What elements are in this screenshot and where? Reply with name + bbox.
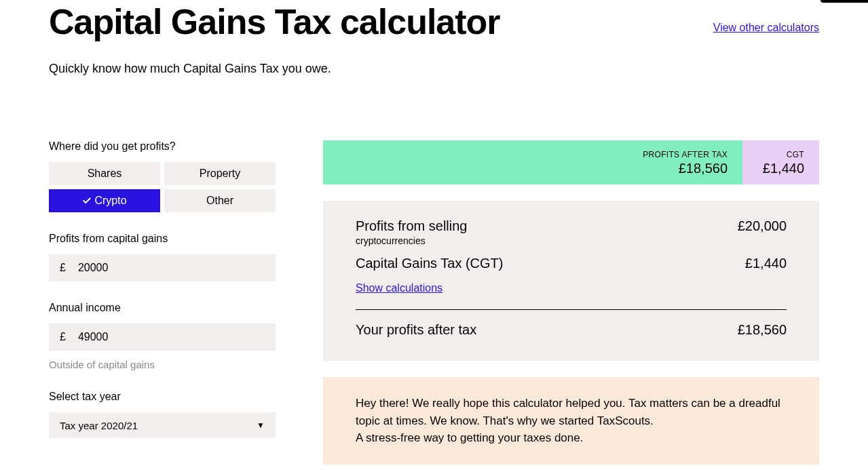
profits-source-label: Where did you get profits? <box>49 140 276 153</box>
profits-amount-input[interactable] <box>78 262 265 274</box>
result-profits-value: £20,000 <box>738 218 787 234</box>
show-calculations-link[interactable]: Show calculations <box>356 282 442 294</box>
summary-profits-value: £18,560 <box>338 161 728 176</box>
profits-source-group: Shares Property Crypto Other <box>49 162 276 212</box>
summary-profits-label: PROFITS AFTER TAX <box>338 150 728 159</box>
tax-year-select[interactable]: Tax year 2020/21 ▼ <box>49 412 276 438</box>
chevron-down-icon: ▼ <box>257 420 265 430</box>
results-divider <box>356 309 787 310</box>
summary-bar: PROFITS AFTER TAX £18,560 CGT £1,440 <box>323 140 819 184</box>
result-cgt-value: £1,440 <box>745 256 787 271</box>
summary-profits-after-tax: PROFITS AFTER TAX £18,560 <box>323 140 742 184</box>
promo-text-2: A stress-free way to getting your taxes … <box>356 429 787 447</box>
profits-source-crypto-label: Crypto <box>94 195 126 207</box>
profits-source-shares[interactable]: Shares <box>49 162 160 185</box>
summary-cgt-label: CGT <box>757 150 804 159</box>
result-profits-sublabel: cryptocurrencies <box>356 235 468 246</box>
annual-income-helper: Outside of capital gains <box>49 359 276 370</box>
result-after-tax-value: £18,560 <box>738 322 787 338</box>
summary-cgt: CGT £1,440 <box>742 140 819 184</box>
profits-source-property[interactable]: Property <box>164 162 276 185</box>
profits-amount-input-wrap: £ <box>49 254 276 281</box>
result-profits-label: Profits from selling <box>356 218 468 234</box>
currency-symbol: £ <box>60 262 66 274</box>
currency-symbol: £ <box>60 331 66 343</box>
result-cgt-label: Capital Gains Tax (CGT) <box>356 256 503 271</box>
page-subtitle: Quickly know how much Capital Gains Tax … <box>49 62 819 76</box>
profits-amount-label: Profits from capital gains <box>49 233 276 245</box>
annual-income-label: Annual income <box>49 302 276 314</box>
profits-source-crypto[interactable]: Crypto <box>49 189 160 212</box>
page-title: Capital Gains Tax calculator <box>49 3 500 41</box>
view-other-calculators-link[interactable]: View other calculators <box>713 22 819 34</box>
tax-year-value: Tax year 2020/21 <box>60 420 257 431</box>
results-card: Profits from selling cryptocurrencies £2… <box>323 201 819 361</box>
promo-text-1: Hey there! We really hope this calculato… <box>356 395 787 429</box>
annual-income-input[interactable] <box>78 331 265 343</box>
promo-card: Hey there! We really hope this calculato… <box>323 377 819 465</box>
summary-cgt-value: £1,440 <box>757 161 804 176</box>
result-after-tax-label: Your profits after tax <box>356 322 476 338</box>
annual-income-input-wrap: £ <box>49 324 276 351</box>
check-icon <box>82 196 92 205</box>
profits-source-other[interactable]: Other <box>164 189 276 212</box>
tax-year-label: Select tax year <box>49 391 276 403</box>
